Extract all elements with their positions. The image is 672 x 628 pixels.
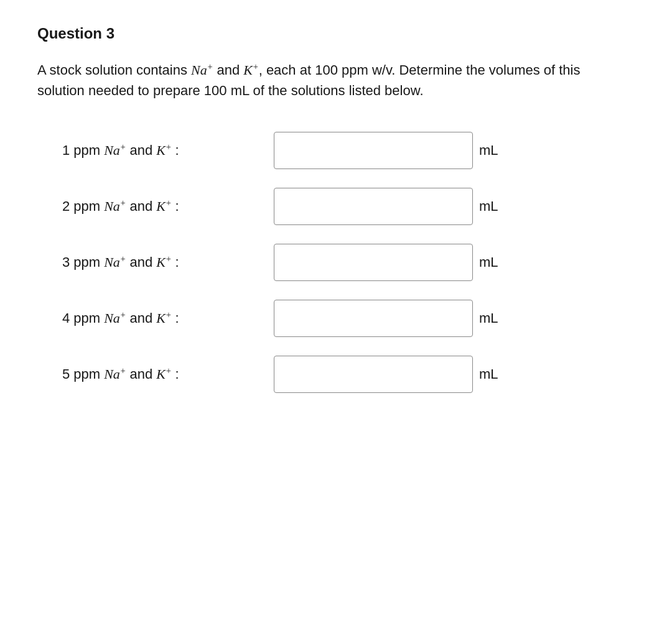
row-5-colon: : <box>175 366 179 382</box>
row-5-input[interactable] <box>274 356 473 393</box>
row-3-label: 3 ppm Na+ and K+ : <box>62 254 274 270</box>
row-3-prefix: 3 ppm <box>62 254 100 270</box>
input-row-2: 2 ppm Na+ and K+ : mL <box>62 182 635 231</box>
row-1-colon: : <box>175 142 179 159</box>
row-2-unit: mL <box>479 198 498 215</box>
row-2-ion1: Na+ <box>104 198 126 215</box>
row-1-label: 1 ppm Na+ and K+ : <box>62 142 274 159</box>
row-4-ion1: Na+ <box>104 310 126 326</box>
row-5-conj: and <box>130 366 153 382</box>
row-2-ion2: K+ <box>156 198 171 215</box>
row-4-input[interactable] <box>274 300 473 337</box>
row-2-colon: : <box>175 198 179 215</box>
row-1-prefix: 1 ppm <box>62 142 100 159</box>
row-2-prefix: 2 ppm <box>62 198 100 215</box>
row-2-label: 2 ppm Na+ and K+ : <box>62 198 274 215</box>
row-3-input[interactable] <box>274 244 473 281</box>
row-5-prefix: 5 ppm <box>62 366 100 382</box>
row-1-conj: and <box>130 142 153 159</box>
row-5-unit: mL <box>479 366 498 382</box>
question-title: Question 3 <box>37 25 635 42</box>
row-4-label: 4 ppm Na+ and K+ : <box>62 310 274 326</box>
row-3-ion1: Na+ <box>104 254 126 270</box>
row-4-unit: mL <box>479 310 498 326</box>
row-4-ion2: K+ <box>156 310 171 326</box>
rows-container: 1 ppm Na+ and K+ : mL 2 ppm Na+ and K+ :… <box>37 126 635 399</box>
row-4-colon: : <box>175 310 179 326</box>
input-row-5: 5 ppm Na+ and K+ : mL <box>62 349 635 399</box>
row-3-ion2: K+ <box>156 254 171 270</box>
row-1-unit: mL <box>479 142 498 159</box>
row-3-unit: mL <box>479 254 498 270</box>
row-4-conj: and <box>130 310 153 326</box>
row-3-colon: : <box>175 254 179 270</box>
row-1-ion1: Na+ <box>104 142 126 159</box>
row-3-conj: and <box>130 254 153 270</box>
row-2-conj: and <box>130 198 153 215</box>
row-2-input[interactable] <box>274 188 473 225</box>
row-1-ion2: K+ <box>156 142 171 159</box>
row-4-prefix: 4 ppm <box>62 310 100 326</box>
row-5-ion2: K+ <box>156 366 171 382</box>
input-row-4: 4 ppm Na+ and K+ : mL <box>62 293 635 343</box>
input-row-1: 1 ppm Na+ and K+ : mL <box>62 126 635 175</box>
question-body: A stock solution contains Na+ and K+, ea… <box>37 60 597 101</box>
row-1-input[interactable] <box>274 132 473 169</box>
input-row-3: 3 ppm Na+ and K+ : mL <box>62 238 635 287</box>
row-5-label: 5 ppm Na+ and K+ : <box>62 366 274 382</box>
row-5-ion1: Na+ <box>104 366 126 382</box>
